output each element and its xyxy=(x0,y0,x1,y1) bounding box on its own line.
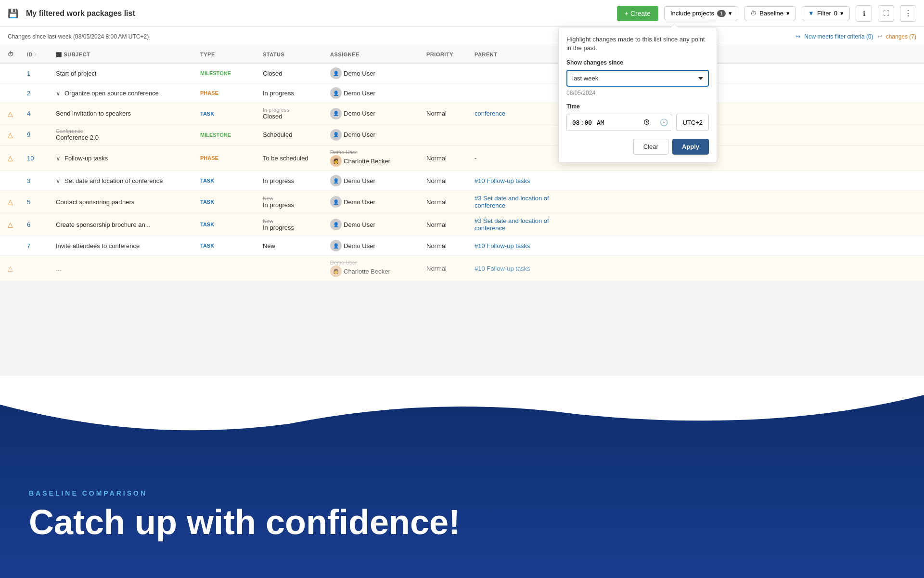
filter-button[interactable]: ▼ Filter 0 ▾ xyxy=(802,6,850,20)
chevron-down-icon: ▾ xyxy=(786,10,790,17)
undo-icon[interactable]: ↩ xyxy=(877,33,882,40)
row-subject: Send invitation to speakers xyxy=(52,106,196,121)
assignee-name: Demo User xyxy=(344,110,375,117)
col-subject[interactable]: ⬛ SUBJECT xyxy=(52,46,196,63)
parent-link[interactable]: #10 Follow-up tasks xyxy=(475,265,530,272)
row-parent: - xyxy=(471,151,567,166)
col-type[interactable]: TYPE xyxy=(196,46,259,63)
parent-link[interactable]: #10 Follow-up tasks xyxy=(475,177,530,184)
row-assignee: 👤 Demo User xyxy=(326,104,423,123)
row-id[interactable]: 10 xyxy=(23,151,52,166)
assignee-name: Demo User xyxy=(344,198,375,206)
row-subject: Create sponsorship brochure an... xyxy=(52,217,196,232)
assignee-name: Demo User xyxy=(344,177,375,184)
col-indicator: ⏱ xyxy=(4,46,23,63)
row-priority xyxy=(423,89,471,97)
bottom-title: Catch up with confidence! xyxy=(29,505,460,539)
chevron-down-icon: ▾ xyxy=(729,10,732,17)
row-indicator xyxy=(4,177,23,184)
col-priority[interactable]: PRIORITY xyxy=(423,46,471,63)
row-status: New In progress xyxy=(259,214,326,235)
row-id[interactable]: 5 xyxy=(23,195,52,210)
chevron-down-icon[interactable]: ∨ xyxy=(56,90,61,97)
row-priority xyxy=(423,131,471,139)
row-status: New xyxy=(259,238,326,253)
chevron-down-icon[interactable]: ∨ xyxy=(56,155,61,162)
assignee-name: Demo User xyxy=(344,221,375,228)
assignee-name: Demo User xyxy=(344,131,375,138)
time-label: Time xyxy=(566,103,709,110)
row-type: TASK xyxy=(196,218,259,231)
col-id[interactable]: ID ↑ xyxy=(23,46,52,63)
info-button[interactable]: ℹ xyxy=(856,5,872,22)
time-row: 🕗 UTC+2 xyxy=(566,114,709,131)
save-icon: 💾 xyxy=(8,8,18,19)
clock-icon: ⏱ xyxy=(8,51,14,58)
avatar: 👤 xyxy=(330,219,342,230)
table-row: △ 4 Send invitation to speakers TASK In … xyxy=(0,103,924,124)
bottom-text: BASELINE COMPARISON Catch up with confid… xyxy=(29,489,460,539)
clock-icon: ⏱ xyxy=(750,10,757,17)
row-subject: Invite attendees to conference xyxy=(52,238,196,253)
row-priority: Normal xyxy=(423,217,471,232)
col-parent[interactable]: PARENT xyxy=(471,46,567,63)
table-row: △ 10 ∨ Follow-up tasks PHASE To be sched… xyxy=(0,145,924,171)
time-input-wrapper: 🕗 xyxy=(566,114,672,131)
create-button[interactable]: + Create xyxy=(617,6,658,21)
assignee-name: Demo User xyxy=(344,242,375,250)
row-type: MILESTONE xyxy=(196,66,259,80)
row-status: In progress xyxy=(259,173,326,188)
subject-icon: ⬛ xyxy=(56,52,62,57)
bottom-subtitle: BASELINE COMPARISON xyxy=(29,489,460,497)
col-assignee[interactable]: ASSIGNEE xyxy=(326,46,423,63)
fullscreen-button[interactable]: ⛶ xyxy=(878,5,894,22)
row-id[interactable]: 2 xyxy=(23,86,52,101)
row-priority: Normal xyxy=(423,151,471,166)
row-priority: Normal xyxy=(423,173,471,188)
row-type: TASK xyxy=(196,174,259,187)
row-parent: conference xyxy=(471,106,567,121)
chevron-down-icon: ▾ xyxy=(840,10,844,17)
row-id[interactable]: 3 xyxy=(23,173,52,188)
col-status[interactable]: STATUS xyxy=(259,46,326,63)
include-projects-button[interactable]: Include projects 1 ▾ xyxy=(664,6,738,20)
row-status: New In progress xyxy=(259,192,326,212)
row-indicator: △ xyxy=(4,261,23,276)
change-indicator: △ xyxy=(8,264,13,272)
filter-label: Filter xyxy=(817,10,831,17)
baseline-button[interactable]: ⏱ Baseline ▾ xyxy=(744,6,796,20)
row-subject: ∨ Set date and location of conference xyxy=(52,173,196,188)
chevron-down-icon[interactable]: ∨ xyxy=(56,177,61,184)
clear-button[interactable]: Clear xyxy=(633,139,668,155)
row-type: PHASE xyxy=(196,151,259,165)
row-type: MILESTONE xyxy=(196,128,259,142)
parent-link[interactable]: #3 Set date and location of conference xyxy=(475,195,563,209)
row-id[interactable]: 9 xyxy=(23,127,52,142)
row-indicator: △ xyxy=(4,217,23,232)
row-indicator xyxy=(4,242,23,250)
row-status: In progress xyxy=(259,86,326,101)
row-id[interactable]: 1 xyxy=(23,66,52,81)
row-id[interactable]: 7 xyxy=(23,238,52,253)
timezone-button[interactable]: UTC+2 xyxy=(676,114,709,131)
show-changes-select[interactable]: last week last month last year a specifi… xyxy=(566,70,709,87)
parent-link[interactable]: conference xyxy=(475,110,505,117)
time-input[interactable] xyxy=(567,114,656,131)
row-id[interactable]: 6 xyxy=(23,217,52,232)
popup-actions: Clear Apply xyxy=(566,139,709,155)
more-options-button[interactable]: ⋮ xyxy=(900,5,916,22)
old-assignee: Demo User xyxy=(330,260,357,265)
row-id[interactable]: 4 xyxy=(23,106,52,121)
row-type: PHASE xyxy=(196,86,259,100)
baseline-label: Baseline xyxy=(759,10,783,17)
row-id[interactable] xyxy=(23,264,52,272)
apply-button[interactable]: Apply xyxy=(672,139,709,155)
parent-link[interactable]: #10 Follow-up tasks xyxy=(475,242,530,250)
popup-date-value: 08/05/2024 xyxy=(566,90,709,96)
parent-link[interactable]: #3 Set date and location of conference xyxy=(475,217,563,232)
row-parent: #10 Follow-up tasks xyxy=(471,238,567,253)
row-parent xyxy=(471,69,567,77)
change-indicator: △ xyxy=(8,221,13,228)
now-meets-filter[interactable]: Now meets filter criteria (0) xyxy=(804,33,873,40)
new-subject: Conference 2.0 xyxy=(56,134,99,141)
